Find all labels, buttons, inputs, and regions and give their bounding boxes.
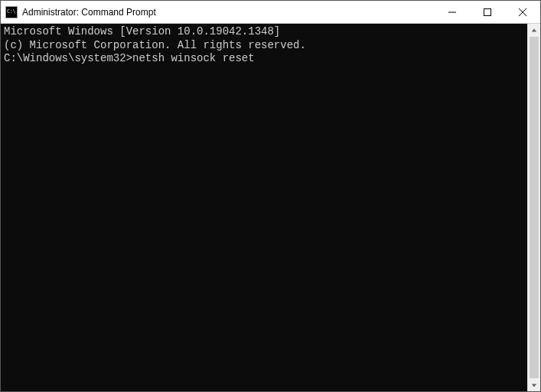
close-icon [519,8,526,16]
chevron-down-icon [531,382,537,388]
window-controls [435,1,540,23]
scrollbar-up-button[interactable] [528,24,540,37]
prompt-line: C:\Windows\system32>netsh winsock reset [4,52,524,66]
vertical-scrollbar[interactable] [527,24,540,391]
cmd-icon-text: C:\. [6,9,18,15]
command-text: netsh winsock reset [132,52,255,66]
svg-rect-1 [484,8,491,15]
prompt-text: C:\Windows\system32> [4,52,132,66]
scrollbar-track-area[interactable] [528,37,540,378]
maximize-button[interactable] [470,1,505,23]
window-title: Administrator: Command Prompt [22,7,435,18]
scrollbar-down-button[interactable] [528,378,540,391]
minimize-icon [448,8,456,16]
terminal-output[interactable]: Microsoft Windows [Version 10.0.19042.13… [1,24,527,391]
scrollbar-thumb[interactable] [530,37,539,378]
minimize-button[interactable] [435,1,470,23]
version-line: Microsoft Windows [Version 10.0.19042.13… [4,25,524,39]
maximize-icon [484,8,491,16]
content-area: Microsoft Windows [Version 10.0.19042.13… [1,24,540,391]
copyright-line: (c) Microsoft Corporation. All rights re… [4,39,524,53]
titlebar: C:\. Administrator: Command Prompt [1,1,540,24]
close-button[interactable] [505,1,540,23]
cmd-icon: C:\. [5,6,18,18]
chevron-up-icon [531,28,537,34]
